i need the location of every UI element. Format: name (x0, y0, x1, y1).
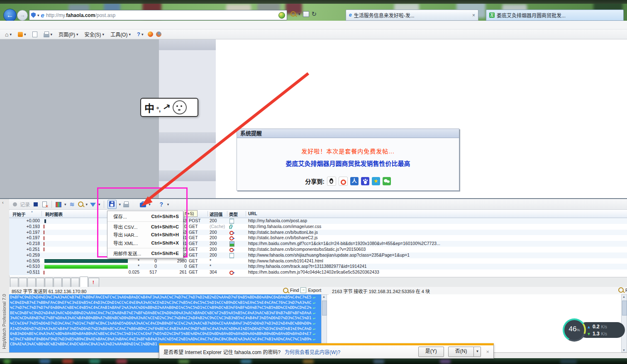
browser-tab-2[interactable]: 发 娄底艾灸排烟器月圆商贸批发... (486, 10, 624, 21)
home-icon[interactable]: ⌂ (5, 31, 8, 38)
page-menu-button[interactable]: 页面(P)▾ (57, 30, 80, 39)
request-row[interactable]: +0.510 * 0 0 GET * http://my.fahaola.com… (9, 264, 627, 269)
detail-tab[interactable] (10, 278, 18, 287)
detail-tab[interactable] (88, 278, 99, 287)
menu-item[interactable] (2, 24, 9, 26)
menu-item[interactable] (40, 24, 46, 26)
forward-button[interactable]: → (17, 10, 28, 21)
browser-tab-1[interactable]: e 生活服务信息来发好啦-发... × (346, 10, 478, 21)
clear-icon[interactable] (41, 201, 48, 208)
sidebar-item[interactable] (159, 157, 216, 170)
sidebar-item[interactable] (159, 143, 216, 157)
addon-icon-2[interactable] (156, 32, 161, 37)
tab-title: 娄底艾灸排烟器月圆商贸批发... (497, 12, 566, 19)
detail-tab[interactable] (45, 278, 53, 287)
address-bar[interactable]: ▾ e http://my.fahaola.com/post.asp (29, 10, 287, 20)
qzone-share-icon[interactable]: ★ (372, 177, 380, 185)
detail-tab[interactable] (80, 277, 88, 287)
chevron-down-icon[interactable]: ▾ (37, 13, 39, 17)
addon-icon-1[interactable] (148, 32, 153, 37)
find-icon[interactable] (283, 288, 288, 293)
back-button[interactable]: ← (3, 9, 17, 22)
wechat-share-icon[interactable] (383, 177, 391, 185)
menu-item[interactable]: 导出 HAR... Ctrl+Shift+H (107, 231, 183, 238)
help-icon[interactable]: ? (137, 31, 140, 37)
menu-item[interactable] (17, 24, 24, 26)
column-url[interactable]: URL (248, 211, 257, 216)
no-dropdown-icon[interactable]: ▼ (474, 347, 481, 357)
close-tab-icon[interactable]: × (472, 12, 475, 18)
menu-item[interactable] (10, 24, 17, 26)
column-started[interactable]: 开始于 (12, 211, 26, 217)
windows-taskbar[interactable] (0, 358, 627, 364)
detail-tab[interactable] (54, 278, 62, 287)
filter-icon[interactable] (90, 203, 96, 207)
menu-item[interactable]: 用邮件发送... Ctrl+Shift+E (107, 249, 183, 257)
column-type[interactable]: 类型 (229, 211, 238, 217)
chevron-down-icon[interactable]: ▾ (64, 202, 66, 206)
notification-help-link[interactable]: 为何我会看见此内容(W)? (285, 348, 340, 355)
detail-tab[interactable] (62, 278, 71, 287)
compatibility-view-icon[interactable] (303, 11, 309, 17)
search-icon[interactable] (290, 11, 296, 17)
safety-menu-button[interactable]: 安全(S)▾ (83, 30, 106, 39)
record-label[interactable]: 记录 (20, 201, 30, 208)
collapse-panel-icon[interactable]: ‹ (2, 200, 4, 205)
menu-item[interactable] (32, 24, 39, 26)
weibo-share-icon[interactable] (339, 177, 348, 186)
stop-icon[interactable] (32, 201, 39, 208)
menu-item[interactable]: 导出 XML... Ctrl+Shift+X (107, 238, 183, 248)
no-button[interactable]: 否(N) (448, 347, 474, 357)
alert-message-link[interactable]: 娄底艾灸排烟器月圆商贸批发销售性价比最高 (237, 159, 459, 167)
column-result[interactable]: 返回值 (210, 211, 223, 217)
record-icon[interactable] (12, 201, 18, 208)
export-icon[interactable] (300, 287, 306, 293)
sidebar-item[interactable] (159, 64, 216, 78)
plugin-status-icon[interactable] (278, 12, 285, 19)
find-icon[interactable] (78, 201, 83, 207)
tools-menu-button[interactable]: 工具(O)▾ (109, 30, 132, 39)
sidebar-item[interactable] (159, 132, 216, 143)
smartscreen-shield-icon[interactable] (31, 12, 36, 18)
cell-result: 304 (210, 269, 228, 275)
sidebar-item[interactable] (159, 39, 216, 50)
renren-share-icon[interactable]: 人 (350, 177, 359, 185)
qq-share-icon[interactable] (327, 177, 336, 186)
request-row[interactable]: +0.511 0.025 517 261 GET 304 https://hm.… (9, 269, 627, 275)
sidebar-item[interactable] (159, 78, 216, 91)
detail-tab[interactable] (27, 278, 36, 287)
cell-method: GET (189, 235, 207, 241)
request-row[interactable]: +0.505 * 0 2980 GET * http://www.fahaola… (9, 258, 627, 264)
close-icon[interactable]: × (486, 349, 489, 355)
sidebar-item[interactable] (159, 50, 216, 64)
detail-tab[interactable] (19, 278, 27, 287)
yes-button[interactable]: 是(Y) (418, 347, 444, 357)
find-icon[interactable] (618, 287, 624, 293)
menu-item[interactable] (25, 24, 32, 26)
hex-line: %CC%C6%F7%D5%D6%D7%D3%CA%C7%D1%C7%BF%CB%… (10, 321, 320, 326)
sidebar-item[interactable] (159, 119, 216, 132)
print-icon[interactable] (44, 33, 49, 37)
search-dropdown-icon[interactable]: ▾ (298, 12, 300, 16)
group-layers-icon[interactable]: ≋ (69, 201, 76, 208)
speed-gauge-widget[interactable]: ▲0.2K/s ▼1.3K/s 46% (563, 318, 625, 342)
menu-item[interactable]: 导出 CSV... Ctrl+Shift+C (107, 223, 183, 231)
summary-view-icon[interactable] (55, 201, 62, 208)
find-button[interactable]: Find (290, 288, 299, 293)
mail-icon[interactable] (32, 32, 37, 37)
content-type-icon (229, 259, 234, 264)
baidu-share-icon[interactable] (361, 177, 369, 185)
detail-tab[interactable] (71, 278, 79, 287)
export-button[interactable]: Export (308, 288, 321, 293)
browser-command-bar: ⌂▾ ▾ ▾ 页面(P)▾ 安全(S)▾ 工具(O)▾ ?▾ (0, 29, 627, 39)
url-text[interactable]: http://my.fahaola.com/post.asp (46, 12, 115, 18)
alert-message-red: 发好啦！本次是套餐内免费发帖... (237, 147, 459, 155)
rss-icon[interactable] (18, 32, 23, 37)
sidebar-item[interactable] (159, 170, 216, 181)
menu-item[interactable]: 保存... Ctrl+Shift+S (107, 212, 183, 222)
refresh-icon[interactable]: ↻ (312, 11, 317, 17)
column-timechart[interactable]: 耗时图表 (45, 211, 63, 217)
chevron-down-icon[interactable]: ▾ (86, 202, 88, 206)
detail-tab[interactable] (36, 278, 44, 287)
find-button[interactable]: Find (625, 288, 627, 293)
